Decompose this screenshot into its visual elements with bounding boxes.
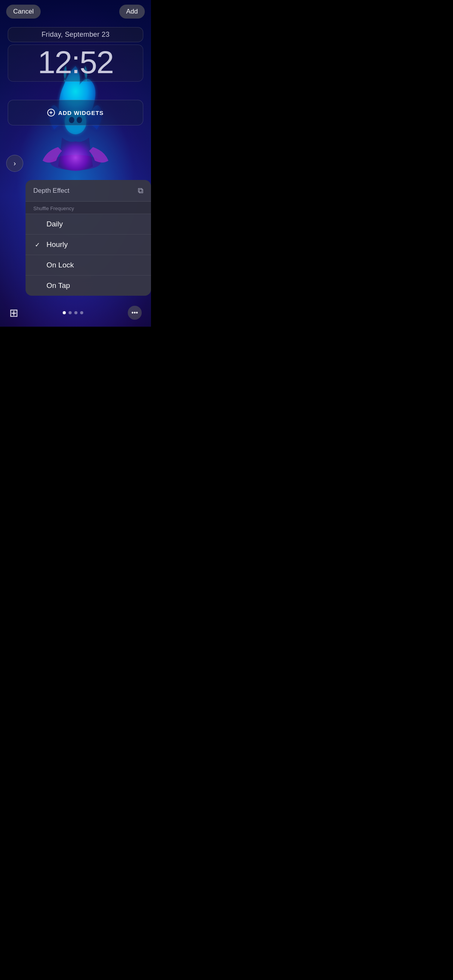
dot-2 [69, 311, 72, 314]
layers-icon: ⧉ [138, 186, 143, 195]
menu-item-on-tap[interactable]: On Tap [26, 275, 151, 296]
time-display: 12:52 [8, 45, 143, 82]
add-widgets-label: ADD WIDGETS [58, 110, 104, 116]
checkmark-hourly: ✓ [33, 241, 41, 248]
top-navigation-bar: Cancel Add [0, 5, 151, 19]
date-text: Friday, September 23 [41, 31, 110, 38]
on-tap-label: On Tap [46, 281, 70, 290]
time-text: 12:52 [38, 45, 113, 80]
depth-effect-row[interactable]: Depth Effect ⧉ [26, 180, 151, 202]
context-menu: Depth Effect ⧉ Shuffle Frequency Daily ✓… [26, 180, 151, 296]
grid-icon[interactable]: ⊞ [9, 307, 18, 319]
depth-effect-label: Depth Effect [33, 187, 69, 195]
more-options-button[interactable]: ••• [128, 306, 142, 320]
add-button[interactable]: Add [119, 5, 145, 19]
add-widgets-button[interactable]: + ADD WIDGETS [8, 109, 143, 117]
menu-item-daily[interactable]: Daily [26, 214, 151, 234]
dot-1 [63, 311, 66, 314]
date-display: Friday, September 23 [8, 27, 143, 42]
widget-area[interactable]: + ADD WIDGETS [8, 100, 143, 125]
page-dots-indicator [63, 311, 83, 314]
chevron-right-icon: › [14, 159, 16, 168]
next-arrow-button[interactable]: › [6, 155, 23, 172]
hourly-label: Hourly [46, 240, 68, 249]
on-lock-label: On Lock [46, 261, 74, 269]
shuffle-frequency-header: Shuffle Frequency [26, 202, 151, 214]
daily-label: Daily [46, 220, 63, 228]
ellipsis-icon: ••• [132, 309, 138, 316]
plus-icon: + [47, 109, 55, 117]
bottom-bar: ⊞ ••• [0, 306, 151, 320]
dot-3 [74, 311, 77, 314]
menu-item-hourly[interactable]: ✓ Hourly [26, 234, 151, 255]
dot-4 [80, 311, 83, 314]
menu-item-on-lock[interactable]: On Lock [26, 255, 151, 275]
cancel-button[interactable]: Cancel [6, 5, 41, 19]
